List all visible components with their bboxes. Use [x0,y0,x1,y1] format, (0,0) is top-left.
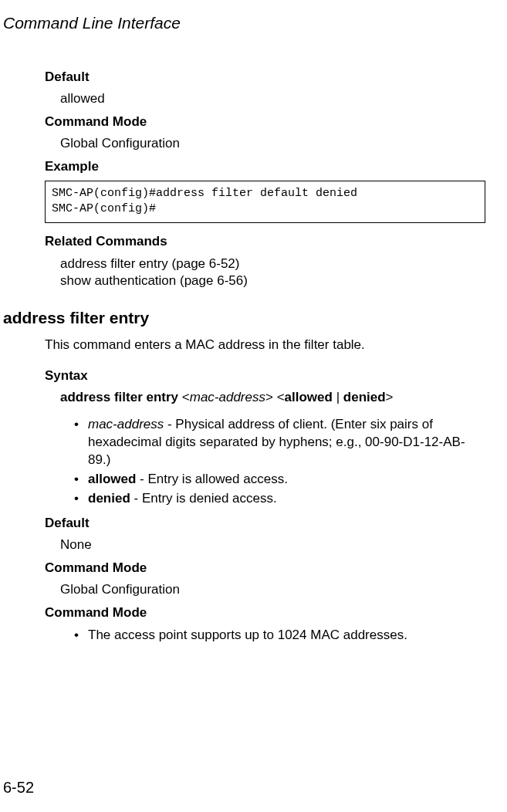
bullet-icon: • [74,471,88,489]
command-content: This command enters a MAC address in the… [45,337,485,645]
bullet-icon: • [74,416,88,469]
param-text: denied - Entry is denied access. [88,490,485,508]
page-number: 6-52 [3,779,34,797]
related-commands-label: Related Commands [45,234,485,249]
default-value: allowed [60,91,485,107]
syntax-label: Syntax [45,368,485,384]
example-code-box: SMC-AP(config)#address filter default de… [45,181,485,223]
related-commands-list: address filter entry (page 6-52) show au… [60,255,485,291]
param-desc: - Entry is denied access. [130,491,277,506]
code-line: SMC-AP(config)# [52,202,156,215]
param-text: mac-address - Physical address of client… [88,416,485,469]
list-item: • mac-address - Physical address of clie… [74,416,485,469]
command-mode-value: Global Configuration [60,136,485,151]
syntax-keyword: denied [343,390,386,404]
example-label: Example [45,159,485,174]
main-content: Default allowed Command Mode Global Conf… [45,69,485,290]
note-text: The access point supports up to 1024 MAC… [88,627,485,645]
note-list: • The access point supports up to 1024 M… [74,627,485,645]
syntax-keyword: allowed [285,390,333,404]
param-list: • mac-address - Physical address of clie… [74,416,485,508]
default-label: Default [45,69,485,85]
default-label: Default [45,516,485,531]
list-item: • The access point supports up to 1024 M… [74,627,485,645]
list-item: • allowed - Entry is allowed access. [74,471,485,489]
related-item: show authentication (page 6-56) [60,272,485,290]
syntax-text: > [386,390,394,404]
param-text: allowed - Entry is allowed access. [88,471,485,489]
param-name: denied [88,491,130,506]
param-name: allowed [88,472,136,486]
command-mode-label-2: Command Mode [45,605,485,621]
param-name: mac-address [88,417,164,431]
command-mode-label: Command Mode [45,114,485,130]
command-mode-value: Global Configuration [60,582,485,597]
default-value: None [60,537,485,553]
command-description: This command enters a MAC address in the… [45,337,485,354]
bullet-icon: • [74,627,88,645]
command-mode-label: Command Mode [45,560,485,576]
list-item: • denied - Entry is denied access. [74,490,485,508]
code-line: SMC-AP(config)#address filter default de… [52,187,357,200]
syntax-line: address filter entry <mac-address> <allo… [60,390,485,405]
syntax-text: > < [265,390,285,404]
syntax-text: | [333,390,343,404]
syntax-text: < [178,390,190,404]
page-header: Command Line Interface [3,14,485,32]
bullet-icon: • [74,490,88,508]
syntax-keyword: address filter entry [60,390,178,404]
syntax-param: mac-address [190,390,265,404]
related-item: address filter entry (page 6-52) [60,255,485,273]
command-title: address filter entry [3,309,485,327]
param-desc: - Entry is allowed access. [136,472,288,486]
